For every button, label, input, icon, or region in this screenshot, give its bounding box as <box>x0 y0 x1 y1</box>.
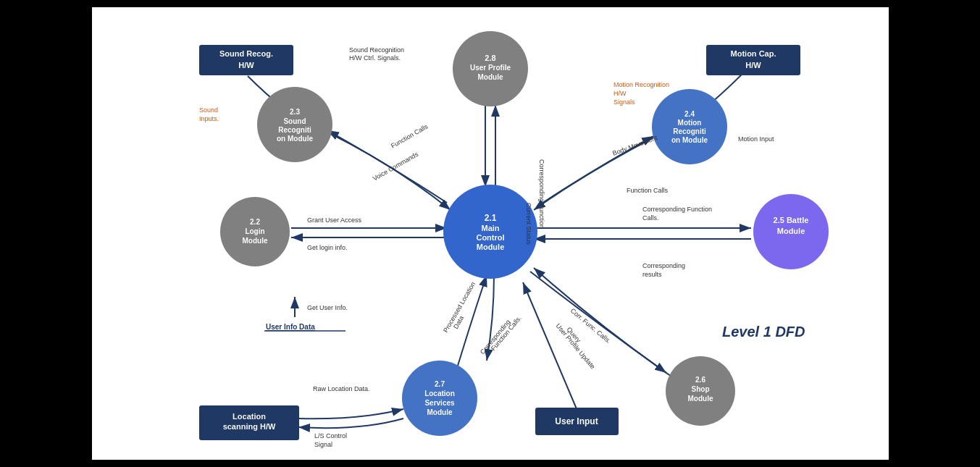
label-function-calls-right: Function Calls <box>627 187 669 194</box>
label-28: 2.8 <box>485 54 495 62</box>
label-location2: Services <box>424 399 455 407</box>
label-26: 2.6 <box>695 376 705 384</box>
label-24: 2.4 <box>684 110 695 118</box>
label-shop2: Module <box>687 395 713 403</box>
label-motion2: Recogniti <box>673 127 706 135</box>
label-corr-results1: Corresponding <box>642 262 685 269</box>
label-login1: Login <box>245 227 264 235</box>
label-main1: Main <box>481 224 499 232</box>
label-motion1: Motion <box>677 119 701 127</box>
label-sound2: Recogniti <box>278 126 311 134</box>
label-main2: Control <box>476 233 504 242</box>
label-corr-func-top1: Corresponding Function <box>642 206 712 213</box>
label-22: 2.2 <box>250 218 260 226</box>
label-motion-hw1: Motion Recognition <box>613 81 669 88</box>
label-motion-input: Motion Input <box>738 135 774 143</box>
label-sound-ctrl2: H/W Ctrl. Signals. <box>349 54 401 62</box>
label-25: 2.5 Battle <box>773 216 808 224</box>
label-body-movement: Body Movement <box>611 134 658 157</box>
location-hw-label: Location <box>233 412 266 421</box>
label-login2: Module <box>242 237 267 245</box>
label-ls-control1: L/S Control <box>314 432 347 439</box>
label-motion3: on Module <box>671 136 708 144</box>
label-23: 2.3 <box>290 108 300 116</box>
label-sound3: on Module <box>277 135 313 143</box>
label-raw-location: Raw Location Data. <box>313 385 370 392</box>
motion-hw-label2: H/W <box>745 61 761 70</box>
label-location3: Module <box>427 408 452 416</box>
arrow-shop-main <box>534 268 671 376</box>
diagram-container: Sound Recog. H/W Motion Cap. H/W Locatio… <box>92 7 889 460</box>
label-userprofile1: User Profile <box>469 64 511 72</box>
label-grant-user: Grant User Access <box>307 216 362 224</box>
label-motion-hw3: Signals <box>613 98 635 106</box>
label-corr-func-top2: Calls. <box>642 214 659 222</box>
label-level1-dfd: Level 1 DFD <box>722 324 805 340</box>
label-sound-inputs1: Sound <box>199 106 218 114</box>
label-location1: Location <box>424 390 455 397</box>
sound-hw-label2: H/W <box>238 61 254 70</box>
label-corr-results2: results <box>642 271 662 278</box>
sound-hw-label: Sound Recog. <box>219 49 273 58</box>
label-sound-inputs2: Inputs. <box>199 115 219 122</box>
label-function-calls-left: Function Calls <box>390 122 430 149</box>
label-get-user-info: Get User Info. <box>307 304 348 311</box>
label-voice-commands: Voice Commands <box>372 151 420 182</box>
label-get-login: Get login info. <box>307 244 348 251</box>
label-sound1: Sound <box>283 117 306 125</box>
label-sound-ctrl1: Sound Recognition <box>349 46 404 54</box>
label-corr-func-calls-v: Corresponding Function <box>538 159 545 229</box>
label-user-info-data: User Info Data <box>266 323 315 331</box>
label-current-status: Current Status <box>525 203 532 245</box>
arrow-locmod-lochw <box>298 418 403 428</box>
label-27: 2.7 <box>435 380 445 388</box>
label-motion-hw2: H/W <box>613 90 627 97</box>
circle-location <box>402 361 477 436</box>
label-main3: Module <box>476 243 504 251</box>
label-shop1: Shop <box>691 385 709 393</box>
user-input-label: User Input <box>555 416 598 426</box>
location-hw-label2: scanning H/W <box>222 422 275 431</box>
label-battle1: Module <box>776 227 805 235</box>
motion-hw-label: Motion Cap. <box>730 49 776 58</box>
circle-motion-recog <box>652 89 727 164</box>
label-userprofile2: Module <box>477 73 503 81</box>
label-ls-control2: Signal <box>314 441 332 448</box>
arrow-lochw-locmod <box>298 409 403 418</box>
label-21: 2.1 <box>484 213 496 223</box>
